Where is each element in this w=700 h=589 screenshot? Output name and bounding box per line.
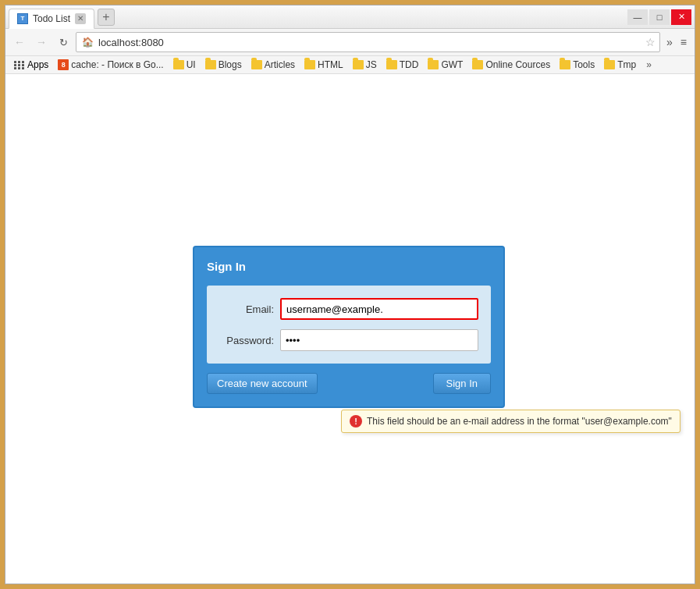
tooltip-error-icon: ! — [350, 415, 362, 428]
bookmark-online-courses[interactable]: Online Cources — [468, 58, 554, 72]
bookmark-tmp[interactable]: Tmp — [600, 58, 640, 72]
folder-icon — [304, 60, 315, 69]
bookmarks-bar: Apps 8 cache: - Поиск в Go... UI Blogs A… — [5, 56, 695, 74]
folder-icon — [353, 60, 364, 69]
bookmark-articles[interactable]: Articles — [247, 58, 299, 72]
folder-icon — [604, 60, 615, 69]
reload-button[interactable]: ↻ — [54, 33, 73, 51]
bookmark-gwt[interactable]: GWT — [424, 58, 467, 72]
browser-window: T Todo List ✕ + — □ ✕ ← → ↻ 🏠 ☆ » ≡ — [5, 5, 695, 584]
back-button[interactable]: ← — [10, 33, 29, 51]
html-label: HTML — [318, 59, 343, 70]
bookmarks-more-button[interactable]: » — [643, 58, 655, 72]
bookmark-html[interactable]: HTML — [300, 58, 347, 72]
bookmark-tdd[interactable]: TDD — [382, 58, 423, 72]
ui-label: UI — [187, 59, 196, 70]
tools-label: Tools — [573, 59, 595, 70]
cache-favicon: 8 — [58, 59, 69, 70]
bookmark-ui[interactable]: UI — [169, 58, 200, 72]
signin-form-body: Email: Password: — [207, 286, 491, 364]
menu-button[interactable]: ≡ — [677, 34, 690, 50]
create-account-button[interactable]: Create new account — [207, 373, 318, 394]
js-label: JS — [366, 59, 377, 70]
browser-tab[interactable]: T Todo List ✕ — [9, 9, 94, 29]
bookmark-apps[interactable]: Apps — [10, 58, 52, 72]
extensions-button[interactable]: » — [663, 34, 676, 50]
folder-icon — [386, 60, 397, 69]
email-input[interactable] — [280, 298, 478, 320]
tab-close-button[interactable]: ✕ — [75, 13, 86, 24]
signin-title: Sign In — [207, 260, 491, 273]
minimize-button[interactable]: — — [627, 9, 648, 25]
folder-icon — [560, 60, 570, 69]
bookmark-star-icon[interactable]: ☆ — [645, 36, 656, 48]
address-input[interactable] — [76, 32, 660, 52]
password-row: Password: — [219, 329, 478, 351]
folder-icon — [472, 60, 483, 69]
tooltip-message: This field should be an e-mail address i… — [367, 416, 672, 427]
page-content: Sign In Email: Password: Create new acco… — [5, 74, 695, 584]
email-label: Email: — [219, 303, 274, 315]
title-bar: T Todo List ✕ + — □ ✕ — [5, 5, 695, 29]
new-tab-button[interactable]: + — [98, 9, 115, 26]
password-input[interactable] — [280, 329, 478, 351]
nav-extra-buttons: » ≡ — [663, 34, 690, 50]
tab-title: Todo List — [33, 13, 70, 24]
cache-label: cache: - Поиск в Go... — [71, 59, 163, 70]
folder-icon — [205, 60, 216, 69]
forward-button[interactable]: → — [32, 33, 51, 51]
tab-favicon: T — [17, 13, 28, 24]
signin-card: Sign In Email: Password: Create new acco… — [193, 246, 505, 408]
blogs-label: Blogs — [219, 59, 242, 70]
bookmark-cache[interactable]: 8 cache: - Поиск в Go... — [54, 58, 167, 72]
tmp-label: Tmp — [617, 59, 636, 70]
password-label: Password: — [219, 335, 274, 346]
apps-grid-icon — [14, 61, 25, 69]
folder-icon — [428, 60, 439, 69]
articles-label: Articles — [265, 59, 295, 70]
folder-icon — [173, 60, 184, 69]
signin-button[interactable]: Sign In — [433, 373, 491, 394]
bookmark-blogs[interactable]: Blogs — [201, 58, 246, 72]
bookmark-js[interactable]: JS — [349, 58, 381, 72]
tdd-label: TDD — [400, 59, 419, 70]
signin-footer: Create new account Sign In — [207, 373, 491, 394]
maximize-button[interactable]: □ — [649, 9, 670, 25]
nav-bar: ← → ↻ 🏠 ☆ » ≡ — [5, 29, 695, 56]
email-validation-tooltip: ! This field should be an e-mail address… — [341, 410, 680, 433]
address-container: 🏠 ☆ — [76, 32, 660, 52]
gwt-label: GWT — [441, 59, 463, 70]
close-button[interactable]: ✕ — [671, 9, 691, 25]
window-controls: — □ ✕ — [627, 9, 691, 25]
bookmark-tools[interactable]: Tools — [556, 58, 599, 72]
online-courses-label: Online Cources — [485, 59, 550, 70]
address-lock-icon: 🏠 — [82, 37, 94, 48]
apps-label: Apps — [27, 59, 48, 70]
folder-icon — [251, 60, 262, 69]
email-row: Email: — [219, 298, 478, 320]
